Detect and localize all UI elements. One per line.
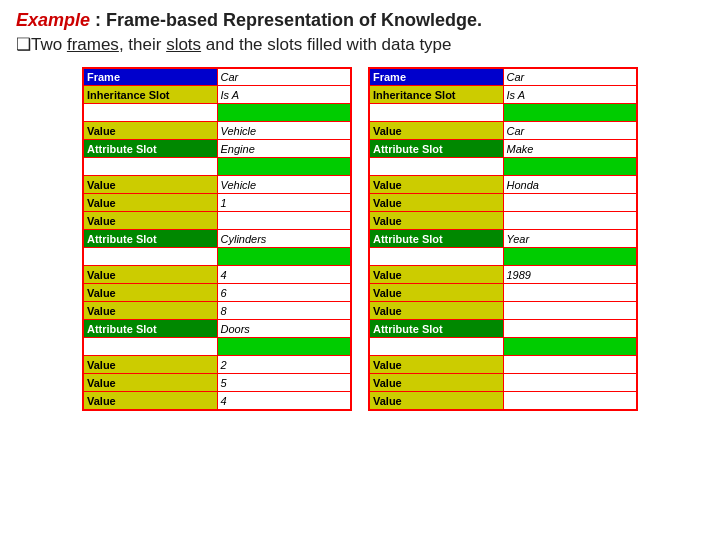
cell-label: Attribute Slot bbox=[83, 320, 217, 338]
cell-value bbox=[503, 104, 637, 122]
subtitle-middle: , their bbox=[119, 35, 166, 54]
cell-value bbox=[503, 284, 637, 302]
table-row bbox=[369, 158, 637, 176]
cell-value bbox=[503, 158, 637, 176]
cell-value: Is A bbox=[503, 86, 637, 104]
cell-label: Value bbox=[369, 266, 503, 284]
table-row: Attribute SlotYear bbox=[369, 230, 637, 248]
cell-label: Value bbox=[369, 176, 503, 194]
subtitle-end: and the slots filled with data type bbox=[201, 35, 451, 54]
frame2-table: FrameCarInheritance SlotIs AValueCarAttr… bbox=[368, 67, 638, 411]
frames-container: FrameCarInheritance SlotIs AValueVehicle… bbox=[0, 61, 720, 417]
cell-value: Doors bbox=[217, 320, 351, 338]
cell-value: Car bbox=[217, 68, 351, 86]
cell-label: Value bbox=[83, 194, 217, 212]
table-row: Value1989 bbox=[369, 266, 637, 284]
cell-label: Inheritance Slot bbox=[83, 86, 217, 104]
cell-value: Vehicle bbox=[217, 122, 351, 140]
table-row: ValueCar bbox=[369, 122, 637, 140]
table-row bbox=[83, 104, 351, 122]
subtitle-slots: slots bbox=[166, 35, 201, 54]
cell-label: Value bbox=[83, 212, 217, 230]
table-row: Value4 bbox=[83, 266, 351, 284]
table-row: Value bbox=[369, 392, 637, 410]
table-row: Attribute SlotEngine bbox=[83, 140, 351, 158]
cell-value: Car bbox=[503, 122, 637, 140]
cell-value: Make bbox=[503, 140, 637, 158]
cell-value bbox=[503, 392, 637, 410]
cell-value: 1 bbox=[217, 194, 351, 212]
cell-value: Cylinders bbox=[217, 230, 351, 248]
cell-label bbox=[83, 158, 217, 176]
cell-label: Attribute Slot bbox=[83, 140, 217, 158]
cell-value: 4 bbox=[217, 392, 351, 410]
cell-label bbox=[83, 248, 217, 266]
table-row bbox=[83, 248, 351, 266]
cell-label: Value bbox=[83, 122, 217, 140]
table-row: Value bbox=[369, 356, 637, 374]
cell-label: Value bbox=[83, 302, 217, 320]
cell-value bbox=[503, 248, 637, 266]
cell-label: Value bbox=[369, 302, 503, 320]
cell-value bbox=[503, 320, 637, 338]
table-row: FrameCar bbox=[83, 68, 351, 86]
table-row: Value bbox=[369, 302, 637, 320]
cell-value: Honda bbox=[503, 176, 637, 194]
frame1-table: FrameCarInheritance SlotIs AValueVehicle… bbox=[82, 67, 352, 411]
example-label: Example bbox=[16, 10, 90, 30]
title-line2: ❑Two frames, their slots and the slots f… bbox=[16, 33, 704, 57]
table-row: Value bbox=[369, 284, 637, 302]
cell-label: Value bbox=[369, 284, 503, 302]
table-row: Attribute SlotMake bbox=[369, 140, 637, 158]
cell-value bbox=[217, 104, 351, 122]
cell-label: Attribute Slot bbox=[369, 230, 503, 248]
cell-label: Value bbox=[83, 284, 217, 302]
table-row: Inheritance SlotIs A bbox=[369, 86, 637, 104]
cell-value bbox=[503, 338, 637, 356]
cell-value: Engine bbox=[217, 140, 351, 158]
title-line1: Example : Frame-based Representation of … bbox=[16, 8, 704, 33]
cell-value bbox=[217, 248, 351, 266]
table-row bbox=[369, 104, 637, 122]
table-row: Value5 bbox=[83, 374, 351, 392]
cell-label: Attribute Slot bbox=[369, 140, 503, 158]
cell-label: Attribute Slot bbox=[83, 230, 217, 248]
header: Example : Frame-based Representation of … bbox=[0, 0, 720, 61]
cell-label: Value bbox=[369, 194, 503, 212]
cell-value: Is A bbox=[217, 86, 351, 104]
cell-label: Value bbox=[369, 374, 503, 392]
cell-label bbox=[83, 338, 217, 356]
cell-label bbox=[369, 104, 503, 122]
cell-label: Attribute Slot bbox=[369, 320, 503, 338]
cell-label bbox=[83, 104, 217, 122]
subtitle-prefix: ❑Two bbox=[16, 35, 67, 54]
cell-label: Value bbox=[83, 374, 217, 392]
table-row: ValueHonda bbox=[369, 176, 637, 194]
table-row: Value2 bbox=[83, 356, 351, 374]
cell-label bbox=[369, 158, 503, 176]
cell-label: Value bbox=[83, 176, 217, 194]
cell-label: Value bbox=[83, 356, 217, 374]
cell-value: 5 bbox=[217, 374, 351, 392]
cell-value bbox=[217, 338, 351, 356]
cell-label: Value bbox=[369, 212, 503, 230]
cell-label bbox=[369, 338, 503, 356]
cell-label: Value bbox=[369, 356, 503, 374]
cell-label: Value bbox=[369, 122, 503, 140]
cell-value bbox=[503, 212, 637, 230]
cell-label: Value bbox=[83, 392, 217, 410]
cell-value: Vehicle bbox=[217, 176, 351, 194]
cell-value bbox=[503, 356, 637, 374]
table-row: FrameCar bbox=[369, 68, 637, 86]
cell-value bbox=[503, 194, 637, 212]
table-row: Attribute SlotCylinders bbox=[83, 230, 351, 248]
cell-label: Frame bbox=[369, 68, 503, 86]
cell-value bbox=[217, 158, 351, 176]
cell-value: Car bbox=[503, 68, 637, 86]
cell-value: Year bbox=[503, 230, 637, 248]
table-row bbox=[83, 158, 351, 176]
title-text: : Frame-based Representation of Knowledg… bbox=[90, 10, 482, 30]
cell-value bbox=[217, 212, 351, 230]
table-row: Value bbox=[369, 194, 637, 212]
table-row: Value bbox=[83, 212, 351, 230]
